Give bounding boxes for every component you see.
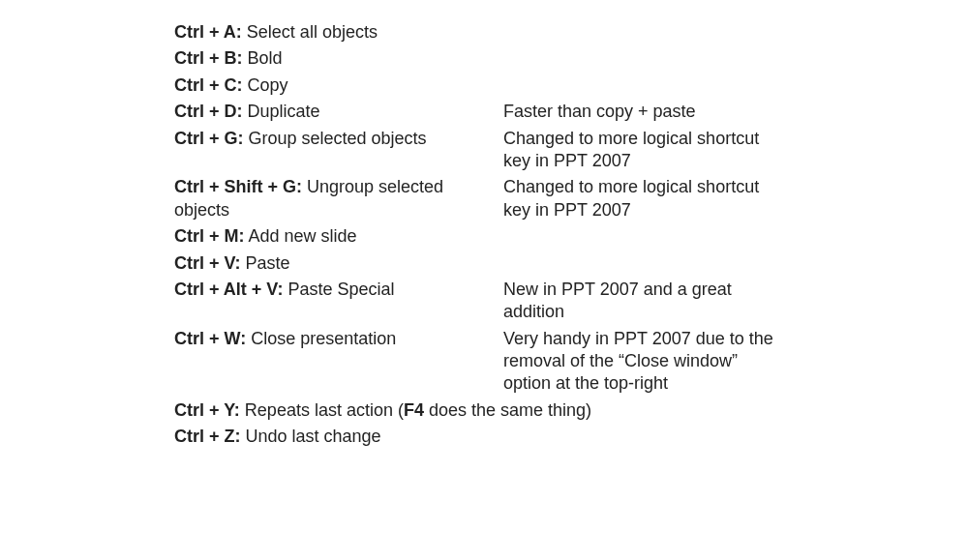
shortcut-description: Repeats last action ( xyxy=(240,400,404,420)
shortcut-key: Ctrl + W xyxy=(174,329,240,348)
shortcut-note: Changed to more logical shortcut key in … xyxy=(499,176,774,221)
shortcut-row: Ctrl + D: DuplicateFaster than copy + pa… xyxy=(174,101,939,123)
shortcut-key: Ctrl + Alt + V xyxy=(174,280,277,299)
shortcut-row: Ctrl + M: Add new slide xyxy=(174,225,939,248)
shortcut-description: Undo last change xyxy=(241,427,381,446)
shortcut-definition: Ctrl + W: Close presentation xyxy=(174,328,499,350)
shortcut-description: does the same thing) xyxy=(424,400,591,420)
shortcut-row: Ctrl + Z: Undo last change xyxy=(174,426,939,448)
shortcut-key: Ctrl + Y xyxy=(174,400,234,420)
shortcut-key: Ctrl + D xyxy=(174,102,237,121)
shortcut-definition: Ctrl + G: Group selected objects xyxy=(174,128,499,150)
shortcut-description: Add new slide xyxy=(245,226,357,246)
shortcut-definition: Ctrl + M: Add new slide xyxy=(174,225,774,248)
shortcut-key: Ctrl + A xyxy=(174,22,236,42)
shortcut-list: Ctrl + A: Select all objectsCtrl + B: Bo… xyxy=(174,21,939,449)
shortcut-description: Select all objects xyxy=(242,22,378,42)
shortcut-definition: Ctrl + Shift + G: Ungroup selected objec… xyxy=(174,176,499,221)
shortcut-description: Copy xyxy=(243,75,288,95)
shortcut-row: Ctrl + V: Paste xyxy=(174,252,939,275)
shortcut-description: Close presentation xyxy=(246,329,396,348)
shortcut-description: Duplicate xyxy=(243,102,320,121)
shortcut-note: Changed to more logical shortcut key in … xyxy=(499,128,774,173)
shortcut-row: Ctrl + A: Select all objects xyxy=(174,21,939,44)
shortcut-description: Bold xyxy=(243,48,283,68)
shortcut-description: Group selected objects xyxy=(244,129,427,148)
shortcut-description-bold: F4 xyxy=(404,400,424,420)
shortcut-definition: Ctrl + Z: Undo last change xyxy=(174,426,774,448)
shortcut-description: Paste xyxy=(241,253,290,273)
shortcut-key: Ctrl + G xyxy=(174,129,238,148)
shortcut-note: New in PPT 2007 and a great addition xyxy=(499,279,774,324)
shortcut-row: Ctrl + C: Copy xyxy=(174,74,939,97)
shortcut-note: Faster than copy + paste xyxy=(499,101,774,123)
shortcut-definition: Ctrl + V: Paste xyxy=(174,252,774,275)
shortcut-row: Ctrl + Shift + G: Ungroup selected objec… xyxy=(174,176,939,221)
shortcut-row: Ctrl + B: Bold xyxy=(174,47,939,70)
shortcut-row: Ctrl + W: Close presentationVery handy i… xyxy=(174,328,939,396)
shortcut-row: Ctrl + G: Group selected objectsChanged … xyxy=(174,128,939,173)
shortcut-description: Paste Special xyxy=(283,280,394,299)
shortcut-row: Ctrl + Y: Repeats last action (F4 does t… xyxy=(174,399,939,422)
shortcut-definition: Ctrl + Y: Repeats last action (F4 does t… xyxy=(174,399,774,422)
shortcut-key: Ctrl + C xyxy=(174,75,237,95)
shortcut-definition: Ctrl + D: Duplicate xyxy=(174,101,499,123)
shortcut-definition: Ctrl + C: Copy xyxy=(174,74,774,97)
shortcut-key: Ctrl + M xyxy=(174,226,239,246)
shortcut-definition: Ctrl + A: Select all objects xyxy=(174,21,774,44)
shortcut-key: Ctrl + Shift + G xyxy=(174,177,296,196)
shortcut-key: Ctrl + Z xyxy=(174,427,235,446)
shortcut-definition: Ctrl + B: Bold xyxy=(174,47,774,70)
shortcut-definition: Ctrl + Alt + V: Paste Special xyxy=(174,279,499,301)
shortcut-key: Ctrl + B xyxy=(174,48,237,68)
shortcut-key: Ctrl + V xyxy=(174,253,235,273)
shortcut-note: Very handy in PPT 2007 due to the remova… xyxy=(499,328,774,396)
shortcut-row: Ctrl + Alt + V: Paste SpecialNew in PPT … xyxy=(174,279,939,324)
